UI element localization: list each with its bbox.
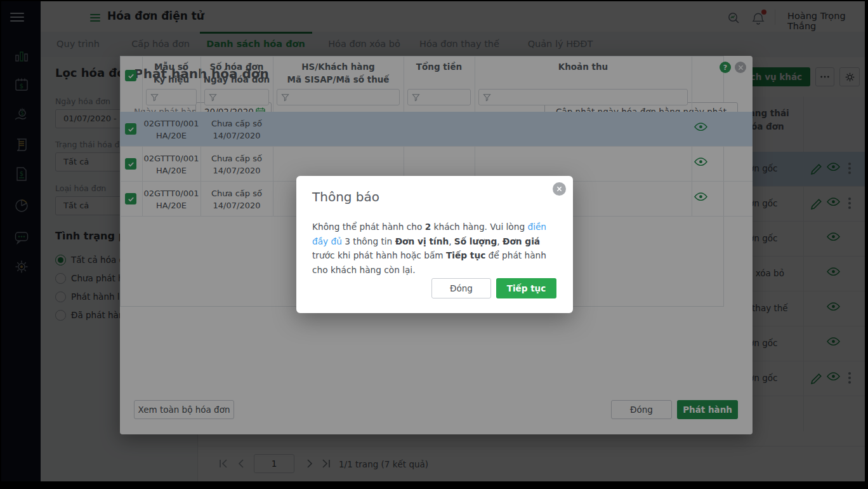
msg-bold: Số lượng [454,236,497,246]
dialog-title: Thông báo [312,189,379,204]
msg-text: 3 thông tin [342,236,395,246]
msg-bold: Đơn giá [503,236,540,246]
window-frame-top [0,0,868,1]
msg-bold: Tiếp tục [446,250,485,260]
msg-bold: 2 [425,222,431,232]
msg-text: trước khi phát hành hoặc bấm [312,250,446,260]
dialog-close-icon[interactable] [553,182,566,196]
window-frame-bottom [0,481,868,489]
msg-text: , [449,236,454,246]
msg-text: khách hàng. Vui lòng [431,222,527,232]
notification-dialog: Thông báo Không thể phát hành cho 2 khác… [296,176,573,313]
msg-text: Không thể phát hành cho [312,222,425,232]
window-frame-left [0,0,1,489]
dialog-close-button[interactable]: Đóng [431,278,491,298]
msg-bold: Đơn vị tính [395,236,449,246]
msg-text: , [497,236,503,246]
dialog-message: Không thể phát hành cho 2 khách hàng. Vu… [312,220,558,277]
dialog-continue-button[interactable]: Tiếp tục [496,278,556,298]
window-frame-right [865,0,868,489]
